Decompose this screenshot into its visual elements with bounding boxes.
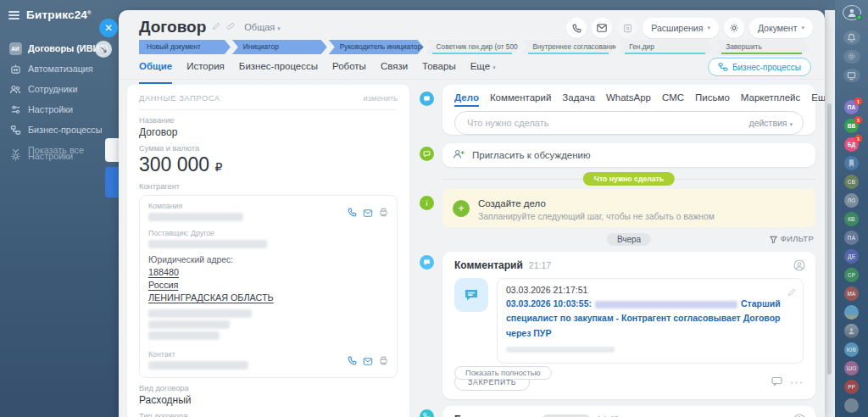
kind-label: Вид договора bbox=[139, 384, 398, 392]
more-actions-icon[interactable]: ··· bbox=[790, 379, 804, 386]
tab-general[interactable]: Общие bbox=[139, 61, 172, 80]
stage-segment[interactable]: Ген.дир bbox=[618, 40, 713, 54]
author-avatar-icon[interactable] bbox=[793, 414, 805, 417]
stage-segment[interactable]: Руководитель инициатора bbox=[329, 40, 424, 54]
bizproc-pill-button[interactable]: Бизнес-процессы bbox=[708, 58, 811, 76]
address-zip: 188480 bbox=[148, 267, 179, 277]
settings-icon[interactable] bbox=[843, 50, 860, 64]
funnel-icon bbox=[770, 236, 777, 243]
mail-contact-icon[interactable] bbox=[363, 353, 373, 369]
print-contact-icon[interactable] bbox=[379, 353, 388, 369]
tab-links[interactable]: Связи bbox=[381, 61, 408, 80]
name-value[interactable]: Договор bbox=[139, 126, 398, 138]
tl-tab-sms[interactable]: СМС bbox=[662, 92, 684, 103]
rail-avatar[interactable]: ЮВ bbox=[844, 342, 859, 357]
sidebar-item-automation[interactable]: Автоматизация bbox=[0, 58, 119, 79]
edit-comment-icon[interactable] bbox=[787, 285, 796, 300]
edit-title-icon[interactable] bbox=[212, 22, 220, 32]
todo-pill-button[interactable]: Что нужно сделать bbox=[583, 172, 675, 186]
create-activity-hint: i + Создайте дело Запланируйте следующий… bbox=[442, 189, 815, 227]
rail-avatar[interactable]: СВ bbox=[844, 175, 859, 189]
rail-avatar[interactable]: ДЕ bbox=[844, 249, 859, 264]
rail-avatar[interactable]: ЛО bbox=[844, 193, 859, 208]
day-divider: Вчера ФИЛЬТР bbox=[442, 233, 815, 247]
tl-tab-more[interactable]: Еще ▾ bbox=[811, 92, 825, 103]
rail-avatar[interactable]: ВВ1 bbox=[844, 119, 859, 133]
mail-company-icon[interactable] bbox=[363, 205, 373, 220]
todo-input-row: действия ▾ bbox=[454, 111, 804, 135]
rail-avatar[interactable]: БД1 bbox=[844, 137, 859, 152]
actions-dropdown[interactable]: действия ▾ bbox=[749, 118, 793, 128]
sidebar-item-employees[interactable]: Сотрудники bbox=[0, 79, 119, 99]
rail-avatar-photo[interactable] bbox=[844, 305, 859, 320]
hint-title[interactable]: Создайте дело bbox=[478, 198, 546, 208]
invite-label[interactable]: Пригласить к обсуждению bbox=[472, 150, 591, 160]
filter-button[interactable]: ФИЛЬТР bbox=[770, 235, 814, 243]
panel-settings-gear-icon[interactable] bbox=[724, 18, 744, 38]
stage-segment[interactable]: Советник ген.дир (от 500 т.р.) bbox=[426, 40, 520, 54]
sidebar-item-bizproc[interactable]: Бизнес-процессы bbox=[0, 120, 119, 140]
comment-reply-icon[interactable] bbox=[771, 375, 782, 390]
notifications-bell-icon[interactable] bbox=[843, 31, 860, 44]
sum-value[interactable]: 300 000 ₽ bbox=[139, 153, 398, 176]
desktop-app-icon[interactable] bbox=[843, 69, 860, 82]
tab-bizproc[interactable]: Бизнес-процессы bbox=[239, 61, 318, 80]
rail-avatar[interactable]: КВ bbox=[844, 212, 859, 226]
print-company-icon[interactable] bbox=[379, 205, 388, 220]
extensions-dropdown[interactable]: Расширения▾ bbox=[643, 18, 719, 38]
tl-tab-comment[interactable]: Комментарий bbox=[490, 92, 551, 103]
tab-robots[interactable]: Роботы bbox=[332, 61, 366, 80]
type-label: Тип договора bbox=[139, 412, 398, 417]
left-sidebar: Битрикс24® АИ Договоры (ИВИТ) Автоматиза… bbox=[0, 0, 119, 417]
menu-icon[interactable] bbox=[8, 11, 19, 19]
push-app-button[interactable] bbox=[617, 18, 637, 38]
document-dropdown[interactable]: Документ▾ bbox=[749, 18, 813, 38]
tl-tab-letter[interactable]: Письмо bbox=[695, 92, 730, 103]
add-activity-plus-icon[interactable]: + bbox=[453, 200, 470, 217]
rail-avatar-photo[interactable] bbox=[844, 324, 859, 338]
rail-avatar[interactable]: ШО bbox=[844, 361, 859, 375]
rail-avatar[interactable] bbox=[844, 398, 859, 413]
edit-link[interactable]: изменить bbox=[364, 94, 398, 103]
stage-segment[interactable]: Новый документ bbox=[139, 40, 231, 54]
stage-segment[interactable]: Завершить bbox=[715, 40, 810, 54]
stage-segment[interactable]: Инициатор bbox=[232, 40, 327, 54]
company-label: Компания bbox=[148, 202, 348, 210]
rail-avatar[interactable]: ПА1 bbox=[844, 100, 859, 114]
scrollbar-thumb[interactable] bbox=[827, 103, 832, 375]
tl-tab-task[interactable]: Задача bbox=[562, 92, 595, 103]
tab-history[interactable]: История bbox=[186, 61, 225, 80]
todo-input[interactable] bbox=[465, 117, 749, 129]
pipeline-selector[interactable]: Общая ▾ bbox=[244, 22, 281, 32]
author-avatar-icon[interactable] bbox=[793, 259, 805, 275]
expand-slider-button[interactable]: ↘ bbox=[95, 41, 112, 58]
call-company-icon[interactable] bbox=[348, 205, 357, 220]
invite-card[interactable]: Пригласить к обсуждению bbox=[442, 143, 815, 167]
rail-avatar[interactable]: ПА bbox=[844, 231, 859, 245]
show-full-button[interactable]: Показать полностью bbox=[454, 366, 552, 380]
redacted-highlight bbox=[595, 301, 737, 309]
tl-tab-marketplace[interactable]: Маркетплейс bbox=[741, 92, 800, 103]
day-pill[interactable]: Вчера bbox=[607, 233, 651, 246]
phone-button[interactable] bbox=[566, 18, 587, 38]
tl-tab-deal[interactable]: Дело bbox=[454, 92, 479, 103]
rail-avatar[interactable] bbox=[844, 156, 859, 170]
copy-link-icon[interactable] bbox=[226, 22, 235, 32]
close-slider-button[interactable]: ✕ bbox=[99, 19, 118, 37]
sidebar-footer-settings[interactable]: Настройки bbox=[0, 146, 119, 166]
email-button[interactable] bbox=[592, 18, 612, 38]
tab-products[interactable]: Товары bbox=[422, 61, 456, 80]
kind-value[interactable]: Расходный bbox=[139, 394, 398, 406]
contact-value-redacted[interactable] bbox=[148, 361, 248, 370]
rail-avatar[interactable]: СР bbox=[844, 268, 859, 282]
rail-avatar[interactable]: РР bbox=[844, 380, 859, 394]
stage-segment[interactable]: Внутреннее согласование bbox=[521, 40, 616, 54]
sidebar-item-settings[interactable]: Настройки bbox=[0, 99, 119, 120]
tl-tab-whatsapp[interactable]: WhatsApp bbox=[606, 92, 651, 103]
tab-more[interactable]: Еще ▾ bbox=[470, 61, 496, 80]
company-value-redacted[interactable] bbox=[148, 213, 243, 221]
call-contact-icon[interactable] bbox=[348, 353, 357, 369]
user-avatar[interactable] bbox=[843, 5, 861, 20]
rail-avatar[interactable]: МА bbox=[844, 286, 859, 301]
comment-bubble-icon bbox=[454, 278, 488, 312]
